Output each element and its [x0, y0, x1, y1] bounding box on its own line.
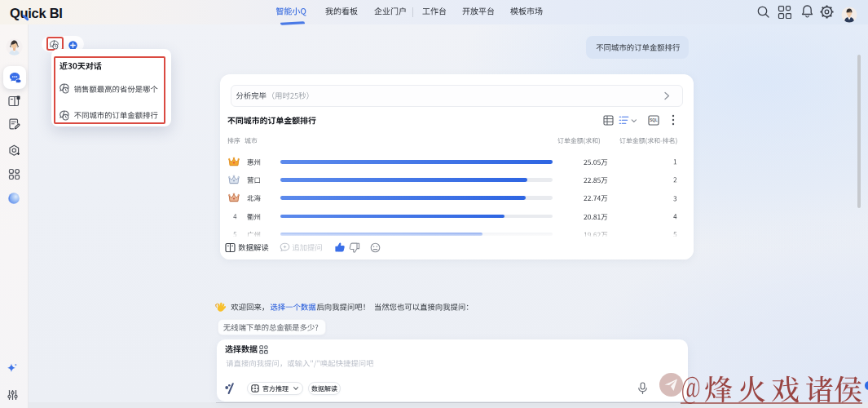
svg-text:SQL: SQL — [650, 118, 658, 122]
